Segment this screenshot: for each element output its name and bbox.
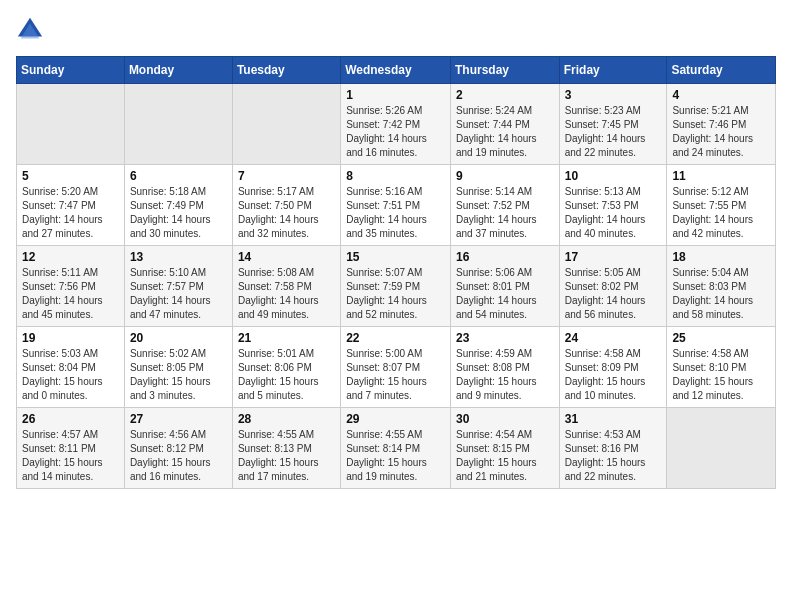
day-cell: 27Sunrise: 4:56 AM Sunset: 8:12 PM Dayli…: [124, 408, 232, 489]
day-cell: 5Sunrise: 5:20 AM Sunset: 7:47 PM Daylig…: [17, 165, 125, 246]
week-row: 5Sunrise: 5:20 AM Sunset: 7:47 PM Daylig…: [17, 165, 776, 246]
day-number: 2: [456, 88, 554, 102]
day-cell: 14Sunrise: 5:08 AM Sunset: 7:58 PM Dayli…: [232, 246, 340, 327]
day-info: Sunrise: 5:05 AM Sunset: 8:02 PM Dayligh…: [565, 266, 662, 322]
day-number: 26: [22, 412, 119, 426]
day-number: 28: [238, 412, 335, 426]
day-header-wednesday: Wednesday: [341, 57, 451, 84]
day-info: Sunrise: 5:11 AM Sunset: 7:56 PM Dayligh…: [22, 266, 119, 322]
day-number: 17: [565, 250, 662, 264]
day-header-sunday: Sunday: [17, 57, 125, 84]
day-info: Sunrise: 5:02 AM Sunset: 8:05 PM Dayligh…: [130, 347, 227, 403]
day-info: Sunrise: 5:01 AM Sunset: 8:06 PM Dayligh…: [238, 347, 335, 403]
day-cell: 18Sunrise: 5:04 AM Sunset: 8:03 PM Dayli…: [667, 246, 776, 327]
day-header-saturday: Saturday: [667, 57, 776, 84]
day-cell: 21Sunrise: 5:01 AM Sunset: 8:06 PM Dayli…: [232, 327, 340, 408]
day-info: Sunrise: 4:55 AM Sunset: 8:13 PM Dayligh…: [238, 428, 335, 484]
day-cell: [232, 84, 340, 165]
day-cell: 9Sunrise: 5:14 AM Sunset: 7:52 PM Daylig…: [450, 165, 559, 246]
day-cell: 12Sunrise: 5:11 AM Sunset: 7:56 PM Dayli…: [17, 246, 125, 327]
day-info: Sunrise: 5:17 AM Sunset: 7:50 PM Dayligh…: [238, 185, 335, 241]
day-info: Sunrise: 5:16 AM Sunset: 7:51 PM Dayligh…: [346, 185, 445, 241]
day-number: 7: [238, 169, 335, 183]
day-info: Sunrise: 5:20 AM Sunset: 7:47 PM Dayligh…: [22, 185, 119, 241]
day-number: 9: [456, 169, 554, 183]
day-number: 16: [456, 250, 554, 264]
day-cell: 16Sunrise: 5:06 AM Sunset: 8:01 PM Dayli…: [450, 246, 559, 327]
page-header: [16, 16, 776, 44]
day-header-thursday: Thursday: [450, 57, 559, 84]
day-number: 8: [346, 169, 445, 183]
day-info: Sunrise: 5:14 AM Sunset: 7:52 PM Dayligh…: [456, 185, 554, 241]
day-info: Sunrise: 4:54 AM Sunset: 8:15 PM Dayligh…: [456, 428, 554, 484]
day-cell: 1Sunrise: 5:26 AM Sunset: 7:42 PM Daylig…: [341, 84, 451, 165]
day-info: Sunrise: 4:53 AM Sunset: 8:16 PM Dayligh…: [565, 428, 662, 484]
day-number: 6: [130, 169, 227, 183]
logo: [16, 16, 48, 44]
day-header-monday: Monday: [124, 57, 232, 84]
day-cell: 26Sunrise: 4:57 AM Sunset: 8:11 PM Dayli…: [17, 408, 125, 489]
day-info: Sunrise: 5:21 AM Sunset: 7:46 PM Dayligh…: [672, 104, 770, 160]
day-number: 20: [130, 331, 227, 345]
day-cell: 23Sunrise: 4:59 AM Sunset: 8:08 PM Dayli…: [450, 327, 559, 408]
day-info: Sunrise: 5:18 AM Sunset: 7:49 PM Dayligh…: [130, 185, 227, 241]
day-info: Sunrise: 4:58 AM Sunset: 8:10 PM Dayligh…: [672, 347, 770, 403]
day-header-friday: Friday: [559, 57, 667, 84]
day-cell: 19Sunrise: 5:03 AM Sunset: 8:04 PM Dayli…: [17, 327, 125, 408]
day-info: Sunrise: 5:07 AM Sunset: 7:59 PM Dayligh…: [346, 266, 445, 322]
day-cell: 20Sunrise: 5:02 AM Sunset: 8:05 PM Dayli…: [124, 327, 232, 408]
day-number: 21: [238, 331, 335, 345]
day-cell: 15Sunrise: 5:07 AM Sunset: 7:59 PM Dayli…: [341, 246, 451, 327]
day-cell: 13Sunrise: 5:10 AM Sunset: 7:57 PM Dayli…: [124, 246, 232, 327]
day-info: Sunrise: 5:24 AM Sunset: 7:44 PM Dayligh…: [456, 104, 554, 160]
week-row: 1Sunrise: 5:26 AM Sunset: 7:42 PM Daylig…: [17, 84, 776, 165]
day-info: Sunrise: 4:58 AM Sunset: 8:09 PM Dayligh…: [565, 347, 662, 403]
day-number: 12: [22, 250, 119, 264]
week-row: 19Sunrise: 5:03 AM Sunset: 8:04 PM Dayli…: [17, 327, 776, 408]
day-info: Sunrise: 5:04 AM Sunset: 8:03 PM Dayligh…: [672, 266, 770, 322]
day-number: 29: [346, 412, 445, 426]
day-info: Sunrise: 5:03 AM Sunset: 8:04 PM Dayligh…: [22, 347, 119, 403]
day-cell: 7Sunrise: 5:17 AM Sunset: 7:50 PM Daylig…: [232, 165, 340, 246]
day-number: 25: [672, 331, 770, 345]
day-number: 1: [346, 88, 445, 102]
day-cell: 29Sunrise: 4:55 AM Sunset: 8:14 PM Dayli…: [341, 408, 451, 489]
day-info: Sunrise: 4:56 AM Sunset: 8:12 PM Dayligh…: [130, 428, 227, 484]
day-number: 10: [565, 169, 662, 183]
day-cell: 6Sunrise: 5:18 AM Sunset: 7:49 PM Daylig…: [124, 165, 232, 246]
week-row: 12Sunrise: 5:11 AM Sunset: 7:56 PM Dayli…: [17, 246, 776, 327]
day-info: Sunrise: 5:23 AM Sunset: 7:45 PM Dayligh…: [565, 104, 662, 160]
logo-icon: [16, 16, 44, 44]
day-number: 15: [346, 250, 445, 264]
day-cell: 10Sunrise: 5:13 AM Sunset: 7:53 PM Dayli…: [559, 165, 667, 246]
day-info: Sunrise: 5:00 AM Sunset: 8:07 PM Dayligh…: [346, 347, 445, 403]
day-number: 3: [565, 88, 662, 102]
day-cell: 30Sunrise: 4:54 AM Sunset: 8:15 PM Dayli…: [450, 408, 559, 489]
day-info: Sunrise: 4:59 AM Sunset: 8:08 PM Dayligh…: [456, 347, 554, 403]
day-info: Sunrise: 5:10 AM Sunset: 7:57 PM Dayligh…: [130, 266, 227, 322]
day-number: 22: [346, 331, 445, 345]
week-row: 26Sunrise: 4:57 AM Sunset: 8:11 PM Dayli…: [17, 408, 776, 489]
calendar-table: SundayMondayTuesdayWednesdayThursdayFrid…: [16, 56, 776, 489]
day-cell: 4Sunrise: 5:21 AM Sunset: 7:46 PM Daylig…: [667, 84, 776, 165]
day-number: 13: [130, 250, 227, 264]
day-info: Sunrise: 5:08 AM Sunset: 7:58 PM Dayligh…: [238, 266, 335, 322]
day-cell: 31Sunrise: 4:53 AM Sunset: 8:16 PM Dayli…: [559, 408, 667, 489]
day-header-tuesday: Tuesday: [232, 57, 340, 84]
day-cell: 2Sunrise: 5:24 AM Sunset: 7:44 PM Daylig…: [450, 84, 559, 165]
day-number: 27: [130, 412, 227, 426]
day-number: 14: [238, 250, 335, 264]
day-cell: 3Sunrise: 5:23 AM Sunset: 7:45 PM Daylig…: [559, 84, 667, 165]
day-number: 23: [456, 331, 554, 345]
day-info: Sunrise: 5:06 AM Sunset: 8:01 PM Dayligh…: [456, 266, 554, 322]
day-cell: 11Sunrise: 5:12 AM Sunset: 7:55 PM Dayli…: [667, 165, 776, 246]
day-cell: 8Sunrise: 5:16 AM Sunset: 7:51 PM Daylig…: [341, 165, 451, 246]
day-cell: 17Sunrise: 5:05 AM Sunset: 8:02 PM Dayli…: [559, 246, 667, 327]
day-info: Sunrise: 4:55 AM Sunset: 8:14 PM Dayligh…: [346, 428, 445, 484]
day-cell: [667, 408, 776, 489]
day-number: 4: [672, 88, 770, 102]
day-cell: 22Sunrise: 5:00 AM Sunset: 8:07 PM Dayli…: [341, 327, 451, 408]
day-number: 24: [565, 331, 662, 345]
day-number: 5: [22, 169, 119, 183]
day-number: 30: [456, 412, 554, 426]
